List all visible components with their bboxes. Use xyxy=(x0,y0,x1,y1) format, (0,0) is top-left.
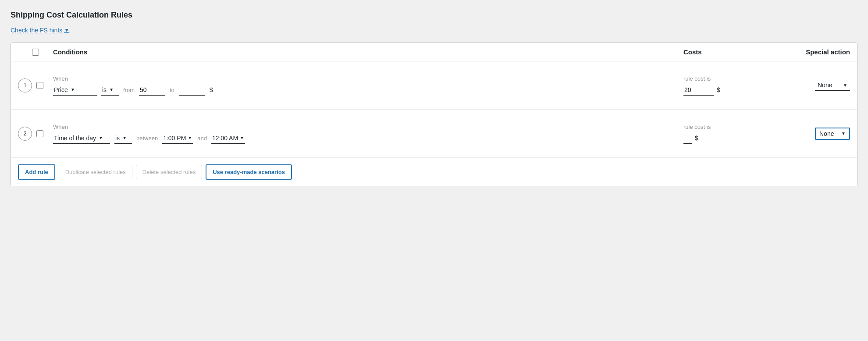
rule-2-checkbox[interactable] xyxy=(36,130,43,137)
rule-2-number: 2 xyxy=(18,127,32,141)
column-conditions: Conditions xyxy=(53,48,683,56)
table-header: Conditions Costs Special action xyxy=(11,43,857,61)
rule-2-to-time-value: 12:00 AM xyxy=(212,135,238,142)
header-checkbox[interactable] xyxy=(32,49,39,56)
page-title: Shipping Cost Calculation Rules xyxy=(11,11,857,20)
rule-2-when-label: When xyxy=(53,124,683,130)
rule-1-special-action-value: None xyxy=(818,82,832,89)
rule-2-special-action-value: None xyxy=(819,130,834,137)
fs-hints-arrow-icon: ▼ xyxy=(64,27,69,33)
rule-1-conditions: When Price ▼ is ▼ from to $ xyxy=(53,75,683,96)
fs-hints-text: Check the FS hints xyxy=(11,27,62,34)
rules-table: Conditions Costs Special action 1 When P… xyxy=(11,43,857,186)
rule-2-cost-row: $ xyxy=(683,133,762,144)
header-checkbox-cell xyxy=(18,49,53,56)
rule-1-cost-label: rule cost is xyxy=(683,75,762,82)
rule-1-cost-currency: $ xyxy=(717,86,720,93)
rule-2-operator-value: is xyxy=(115,135,120,142)
rule-1-special-action-arrow: ▼ xyxy=(843,83,847,88)
fs-hints-link[interactable]: Check the FS hints ▼ xyxy=(11,27,69,34)
rule-2-condition-type-arrow: ▼ xyxy=(99,135,103,140)
delete-rules-button[interactable]: Delete selected rules xyxy=(136,165,202,179)
rule-2-from-time-value: 1:00 PM xyxy=(163,135,186,142)
rule-2-from-time-select[interactable]: 1:00 PM ▼ xyxy=(162,133,193,144)
duplicate-rules-button[interactable]: Duplicate selected rules xyxy=(59,165,132,179)
rule-1-condition-type-select[interactable]: Price ▼ xyxy=(53,85,97,96)
rule-1-operator-value: is xyxy=(102,86,107,93)
rule-2-and-label: and xyxy=(197,135,207,142)
rule-2-operator-arrow: ▼ xyxy=(122,135,127,140)
rule-1-operator-select[interactable]: is ▼ xyxy=(101,85,119,96)
rule-1-number: 1 xyxy=(18,78,32,92)
rule-1-range-label: from xyxy=(123,87,135,93)
rule-2-condition-type-value: Time of the day xyxy=(54,135,96,142)
rule-1-operator-arrow: ▼ xyxy=(109,87,114,92)
rule-2-cost-currency: $ xyxy=(695,135,698,142)
rule-2-to-time-select[interactable]: 12:00 AM ▼ xyxy=(211,133,245,144)
use-scenarios-button[interactable]: Use ready-made scenarios xyxy=(206,164,292,180)
rule-2-between-label: between xyxy=(136,135,158,142)
rule-1-condition-type-arrow: ▼ xyxy=(71,87,75,92)
rule-1-when-label: When xyxy=(53,75,683,82)
rule-2-to-time-arrow: ▼ xyxy=(240,135,244,140)
rule-2-number-cell: 2 xyxy=(18,127,53,141)
rule-1-to-label: to xyxy=(170,87,174,93)
rule-1-conditions-row: Price ▼ is ▼ from to $ xyxy=(53,85,683,96)
rule-row-1: 1 When Price ▼ is ▼ from to $ xyxy=(11,61,857,110)
rule-1-from-input[interactable] xyxy=(139,85,165,96)
rule-2-action-cell: None ▼ xyxy=(762,128,850,140)
footer-bar: Add rule Duplicate selected rules Delete… xyxy=(11,158,857,186)
rule-2-conditions-row: Time of the day ▼ is ▼ between 1:00 PM ▼… xyxy=(53,133,683,144)
rule-2-from-time-arrow: ▼ xyxy=(188,135,192,140)
rule-1-to-currency: $ xyxy=(210,86,213,93)
rule-1-action-cell: None ▼ xyxy=(762,80,850,91)
add-rule-button[interactable]: Add rule xyxy=(18,164,55,180)
column-special-action: Special action xyxy=(762,48,850,56)
column-costs: Costs xyxy=(683,48,762,56)
rule-2-condition-type-select[interactable]: Time of the day ▼ xyxy=(53,133,110,144)
rule-1-special-action-select[interactable]: None ▼ xyxy=(815,80,850,91)
rule-2-cost-input[interactable] xyxy=(683,133,692,144)
rule-2-cost-label: rule cost is xyxy=(683,124,762,130)
rule-row-2: 2 When Time of the day ▼ is ▼ between 1:… xyxy=(11,110,857,158)
rule-2-special-action-arrow: ▼ xyxy=(841,131,846,136)
rule-1-condition-type-value: Price xyxy=(54,86,68,93)
rule-1-number-cell: 1 xyxy=(18,78,53,92)
rule-1-cost-row: $ xyxy=(683,85,762,96)
rule-1-to-input[interactable] xyxy=(179,85,205,96)
rule-2-costs: rule cost is $ xyxy=(683,124,762,144)
rule-2-conditions: When Time of the day ▼ is ▼ between 1:00… xyxy=(53,124,683,144)
rule-1-costs: rule cost is $ xyxy=(683,75,762,96)
rule-1-cost-input[interactable] xyxy=(683,85,714,96)
rule-2-special-action-select[interactable]: None ▼ xyxy=(815,128,850,140)
rule-2-operator-select[interactable]: is ▼ xyxy=(114,133,132,144)
rule-1-checkbox[interactable] xyxy=(36,82,43,89)
